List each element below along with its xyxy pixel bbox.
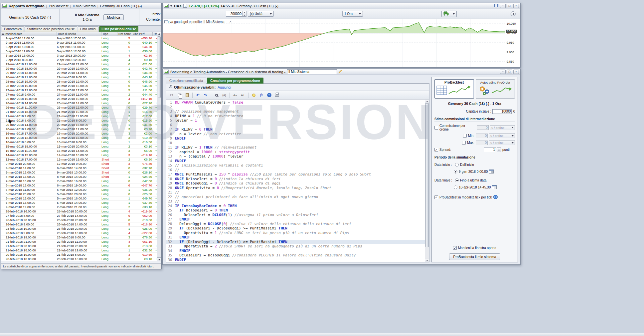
scroll-down-icon[interactable] (425, 258, 429, 262)
keep-window-open-checkbox[interactable]: ✓ (453, 246, 457, 250)
table-row[interactable]: 15-mar-2018 11.00.0015-mar-2018 14.00.00… (1, 149, 157, 153)
quantity-input[interactable] (226, 11, 242, 17)
collapse-panel-icon[interactable] (511, 11, 516, 16)
table-scrollbar[interactable] (157, 32, 161, 261)
search-number-icon[interactable]: (#) (221, 92, 228, 99)
unit-dropdown[interactable]: (x) Unità (248, 11, 274, 17)
column-header-exit-date[interactable]: Data di uscita (57, 32, 101, 36)
maximize-button[interactable]: □ (507, 70, 512, 74)
table-row[interactable]: 9-mar-2018 14.00.009-mar-2018 14.00.00Sh… (1, 166, 157, 170)
max-unit-dropdown[interactable]: € / ordine (489, 140, 515, 145)
font-decrease-icon[interactable]: A− (232, 92, 239, 99)
symbol-name[interactable]: DAX (174, 4, 182, 8)
code-line[interactable]: 18ONCE DcloseIeri = 0 //indica la chiusu… (166, 177, 425, 181)
equity-chart-area[interactable]: Curva guadagni e perdite: Il Mio Sistema… (163, 19, 520, 67)
copy-icon[interactable] (176, 92, 183, 99)
code-line[interactable]: 31 ENDIF (166, 235, 425, 240)
close-button[interactable]: × (513, 4, 519, 8)
table-row[interactable]: 9-mar-2018 13.00.009-mar-2018 13.00.00Sh… (1, 170, 157, 175)
table-row[interactable]: 27-mar-2018 12.00.0027-mar-2018 17.00.00… (1, 88, 157, 93)
price-axis[interactable]: 10.05010.0009.9509.9009.85010.008 (505, 19, 520, 67)
table-row[interactable]: 12-mar-2018 17.00.0012-mar-2018 19.00.00… (1, 158, 157, 162)
code-line[interactable]: 7IF REINV = 0 THEN (166, 127, 425, 132)
code-line[interactable]: 24IF IntraDayBarIndex = 0 THEN (166, 204, 425, 208)
table-row[interactable]: 21-mar-2018 9.00.0021-mar-2018 11.00.00L… (1, 114, 157, 119)
chart-titlebar[interactable]: DAX i 12.370,1 (+1,12%) 14.55.31 Germany… (163, 3, 520, 9)
autotrading-proorder-tab[interactable]: Autotrading ProOrder (476, 79, 515, 99)
code-line[interactable]: 21// (166, 190, 425, 195)
commission-checkbox[interactable] (434, 126, 438, 130)
table-row[interactable]: 20-feb-2018 10.00.0020-feb-2018 13.00.00… (1, 257, 157, 261)
table-row[interactable]: 9-apr-2018 12.00.009-apr-2018 17.00.00Lo… (1, 36, 157, 41)
table-row[interactable]: 26-feb-2018 20.00.0026-feb-2018 20.00.00… (1, 218, 157, 222)
help-icon[interactable]: ? (266, 92, 272, 99)
calendar-icon[interactable] (492, 185, 497, 190)
table-row[interactable]: 16-mar-2018 12.00.0016-mar-2018 15.00.00… (1, 136, 157, 140)
table-row[interactable]: 20-feb-2018 19.00.0021-feb-2018 8.00.00L… (1, 253, 157, 257)
table-row[interactable]: 21-mar-2018 18.00.0021-mar-2018 19.00.00… (1, 110, 157, 114)
table-row[interactable]: 27-feb-2018 8.00.0027-feb-2018 14.00.00L… (1, 214, 157, 218)
table-row[interactable]: 28-mar-2018 21.00.0029-mar-2018 9.00.00L… (1, 75, 157, 80)
code-line[interactable]: 32 IF (DcloseOggi - DcloseIeri) >= Punti… (166, 240, 425, 244)
code-line[interactable]: 13 n = (capital / 10000) *levier (166, 154, 425, 159)
chart-type-dropdown[interactable] (441, 11, 457, 17)
workspace-grid-icon[interactable] (494, 4, 499, 8)
code-line[interactable]: 36ENDIF (166, 258, 425, 262)
table-row[interactable]: 21-feb-2018 20.00.0021-feb-2018 20.00.00… (1, 244, 157, 248)
tab-panoramica[interactable]: Panoramica (2, 26, 24, 32)
code-line[interactable]: 22// operazioni preliminari da fare all'… (166, 195, 425, 199)
table-row[interactable]: 21-feb-2018 21.00.0022-feb-2018 11.00.00… (1, 240, 157, 244)
hint-icon[interactable] (250, 92, 257, 99)
rename-system-icon[interactable] (339, 70, 343, 74)
max-checkbox[interactable] (462, 141, 466, 145)
code-line[interactable]: 2 (166, 105, 425, 110)
code-line[interactable]: 34 ENDIF (166, 249, 425, 253)
table-row[interactable]: 2-apr-2018 8.00.002-apr-2018 12.00.00Lon… (1, 58, 157, 62)
report-titlebar[interactable]: Rapporto dettagliato | ProBacktest | Il … (1, 3, 161, 9)
code-line[interactable]: 30 Operativita = 1 //solo LONG se ieri h… (166, 231, 425, 235)
code-line[interactable]: 19ONCE DcloseOggi = 0 //indica la chiusu… (166, 181, 425, 186)
spread-spin-icons[interactable] (497, 148, 501, 152)
font-increase-icon[interactable]: A+ (240, 92, 246, 99)
system-name-input[interactable] (287, 69, 337, 74)
table-row[interactable]: 26-mar-2018 15.00.0026-mar-2018 19.00.00… (1, 97, 157, 101)
close-button[interactable]: × (513, 70, 519, 74)
min-unit-dropdown[interactable]: € / ordine (489, 133, 515, 138)
quantity-stepper[interactable] (226, 11, 246, 17)
redo-icon[interactable]: ↷ (202, 92, 209, 99)
code-line[interactable]: 3// posizione money management (166, 109, 425, 114)
table-row[interactable]: 8-mar-2018 13.00.008-mar-2018 14.00.00Sh… (1, 175, 157, 179)
minimize-button[interactable]: − (500, 4, 506, 8)
table-row[interactable]: 28-feb-2018 16.00.0028-feb-2018 20.00.00… (1, 209, 157, 214)
table-row[interactable]: 5-apr-2018 11.00.005-apr-2018 12.00.00Lo… (1, 49, 157, 54)
table-row[interactable]: 7-mar-2018 16.00.007-mar-2018 16.00.00Lo… (1, 179, 157, 183)
tab-statistiche-posizioni-chiuse[interactable]: Statistiche delle posizioni chiuse (25, 26, 77, 32)
table-row[interactable]: 3-apr-2018 16.00.003-apr-2018 20.00.00Lo… (1, 54, 157, 58)
table-row[interactable]: 27-mar-2018 9.00.0027-mar-2018 11.00.00L… (1, 93, 157, 97)
table-row[interactable]: 23-feb-2018 9.00.0023-feb-2018 13.00.00L… (1, 231, 157, 235)
code-line[interactable]: 11IF REINV = 1 THEN // réinvestissement (166, 145, 425, 150)
code-line[interactable]: 15// inizializzazione variabili e costan… (166, 163, 425, 168)
code-line[interactable]: 35 DcloseIeri = DcloseOggi //considera V… (166, 253, 425, 258)
table-row[interactable]: 20-mar-2018 14.00.0020-mar-2018 15.00.00… (1, 123, 157, 127)
scrollbar-thumb[interactable] (425, 104, 429, 247)
table-row[interactable]: 5-mar-2018 20.00.005-mar-2018 20.00.00Lo… (1, 192, 157, 196)
close-indicator-icon[interactable]: × (230, 20, 232, 24)
table-row[interactable]: 28-mar-2018 19.00.0028-mar-2018 19.00.00… (1, 80, 157, 84)
table-row[interactable]: 6-mar-2018 11.00.006-mar-2018 12.00.00Lo… (1, 188, 157, 192)
code-line[interactable]: 1DEFPARAM CumulateOrders = false (166, 100, 425, 105)
table-row[interactable]: 2-mar-2018 19.00.002-mar-2018 21.00.00Lo… (1, 205, 157, 209)
table-row[interactable]: 29-mar-2018 13.00.0029-mar-2018 14.00.00… (1, 71, 157, 75)
table-row[interactable]: 20-mar-2018 9.00.0020-mar-2018 12.00.00L… (1, 127, 157, 132)
min-checkbox[interactable] (463, 134, 467, 138)
search-icon[interactable] (213, 92, 220, 99)
run-backtest-button[interactable]: ProBacktesta il mio sistema (449, 253, 501, 260)
table-row[interactable]: 29-mar-2018 21.00.0029-mar-2018 21.00.00… (1, 62, 157, 67)
calendar-icon[interactable] (489, 169, 494, 174)
code-line[interactable]: 12 capital = 10000 + strategyprofit (166, 150, 425, 155)
code-line[interactable]: 4REINV = 1 // 0 no rinvestimento (166, 114, 425, 119)
table-row[interactable]: 9-apr-2018 11.00.009-apr-2018 11.00.00Lo… (1, 41, 157, 45)
code-line[interactable]: 5levier = 1 (166, 118, 425, 123)
tab-lista-posizioni-chiuse[interactable]: Lista posizioni chiuse (99, 26, 138, 32)
scroll-up-icon[interactable] (157, 32, 161, 36)
